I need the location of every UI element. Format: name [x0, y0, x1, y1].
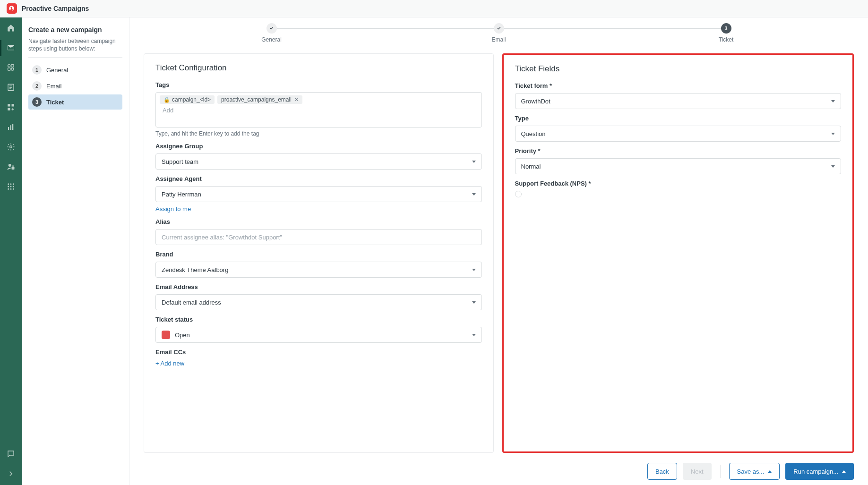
ticket-form-select[interactable]: GrowthDot [515, 93, 842, 109]
stepper-label: Ticket [719, 36, 734, 43]
sidebar-step-general[interactable]: 1 General [28, 62, 122, 77]
step-label: Ticket [46, 99, 64, 106]
components-icon[interactable] [6, 63, 16, 72]
stepper-dot-email[interactable] [494, 23, 504, 34]
nav-rail [0, 17, 22, 485]
analytics-icon[interactable] [6, 122, 16, 132]
ticket-form-label: Ticket form * [515, 82, 842, 89]
assignee-group-select[interactable]: Support team [155, 153, 482, 170]
svg-point-17 [8, 186, 9, 187]
step-number: 1 [32, 65, 42, 75]
sidebar: Create a new campaign Navigate faster be… [22, 17, 129, 485]
step-number: 3 [32, 97, 42, 107]
assignee-agent-label: Assignee Agent [155, 175, 482, 182]
add-widget-icon[interactable] [6, 102, 16, 112]
stepper-dot-ticket[interactable]: 3 [721, 23, 731, 34]
brand-label: Brand [155, 251, 482, 258]
templates-icon[interactable] [6, 83, 16, 92]
tag-item[interactable]: proactive_campaigns_email✕ [217, 95, 302, 104]
svg-rect-1 [11, 65, 14, 67]
alias-label: Alias [155, 218, 482, 225]
run-campaign-button[interactable]: Run campaign... [785, 463, 854, 480]
expand-icon[interactable] [6, 469, 16, 478]
nps-label: Support Feedback (NPS) * [515, 180, 842, 187]
tags-hint: Type, and hit the Enter key to add the t… [155, 130, 482, 137]
stepper: General Email 3 Ticket [129, 17, 868, 43]
email-address-label: Email Address [155, 283, 482, 290]
ticket-fields-panel: Ticket Fields Ticket form * GrowthDot Ty… [502, 53, 854, 453]
back-button[interactable]: Back [647, 463, 677, 480]
sidebar-step-email[interactable]: 2 Email [28, 78, 122, 94]
lock-icon: 🔒 [163, 97, 170, 103]
assign-to-me-link[interactable]: Assign to me [155, 205, 191, 213]
priority-select[interactable]: Normal [515, 158, 842, 174]
app-title: Proactive Campaigns [22, 5, 89, 12]
chevron-up-icon [768, 470, 772, 473]
svg-rect-8 [8, 127, 9, 130]
mail-icon[interactable] [6, 43, 16, 52]
nps-radio[interactable] [515, 191, 522, 197]
svg-point-22 [13, 188, 14, 190]
svg-rect-10 [12, 124, 13, 130]
sidebar-hint: Navigate faster between campaign steps u… [28, 37, 122, 58]
ticket-configuration-panel: Ticket Configuration Tags 🔒campaign_<id>… [144, 53, 494, 453]
save-as-button[interactable]: Save as... [729, 463, 780, 480]
ticket-status-label: Ticket status [155, 316, 482, 323]
svg-point-11 [10, 146, 12, 148]
chat-icon[interactable] [6, 449, 16, 459]
step-label: Email [46, 83, 62, 90]
type-select[interactable]: Question [515, 126, 842, 142]
chevron-up-icon [842, 470, 846, 473]
tags-add-placeholder[interactable]: Add [160, 107, 478, 114]
step-number: 2 [32, 81, 42, 91]
stepper-label: Email [491, 36, 506, 43]
svg-rect-7 [12, 104, 14, 106]
svg-point-19 [13, 186, 14, 187]
svg-rect-6 [8, 108, 10, 111]
email-address-select[interactable]: Default email address [155, 294, 482, 310]
remove-tag-icon[interactable]: ✕ [294, 97, 299, 103]
svg-point-20 [8, 188, 9, 190]
svg-rect-13 [12, 167, 15, 170]
svg-point-16 [13, 183, 14, 185]
svg-rect-9 [10, 125, 11, 130]
app-logo [7, 3, 17, 14]
add-cc-link[interactable]: Add new [155, 360, 184, 367]
sidebar-step-ticket[interactable]: 3 Ticket [28, 94, 122, 110]
assignee-agent-select[interactable]: Patty Herrman [155, 186, 482, 202]
svg-point-21 [10, 188, 12, 190]
assignee-group-label: Assignee Group [155, 143, 482, 150]
svg-rect-5 [8, 104, 10, 106]
svg-point-14 [8, 183, 9, 185]
panel-title: Ticket Configuration [155, 63, 482, 73]
svg-point-15 [10, 183, 12, 185]
priority-label: Priority * [515, 147, 842, 154]
brand-select[interactable]: Zendesk Theme Aalborg [155, 262, 482, 278]
svg-point-0 [8, 65, 10, 67]
type-label: Type [515, 115, 842, 122]
settings-icon[interactable] [6, 142, 16, 152]
footer: Back Next Save as... Run campaign... [129, 458, 868, 485]
email-ccs-label: Email CCs [155, 349, 482, 356]
svg-point-18 [10, 186, 12, 187]
alias-input[interactable] [155, 229, 482, 245]
ticket-status-select[interactable]: Open [155, 327, 482, 343]
user-lock-icon[interactable] [6, 162, 16, 171]
panel-title: Ticket Fields [515, 64, 842, 74]
next-button: Next [683, 463, 712, 480]
tags-input[interactable]: 🔒campaign_<id> proactive_campaigns_email… [155, 92, 482, 128]
tags-label: Tags [155, 81, 482, 88]
apps-grid-icon[interactable] [6, 182, 16, 191]
step-label: General [46, 67, 68, 74]
tag-locked: 🔒campaign_<id> [160, 95, 215, 104]
svg-rect-2 [8, 68, 10, 70]
stepper-label: General [261, 36, 282, 43]
svg-point-12 [9, 164, 11, 167]
status-swatch [162, 331, 170, 339]
sidebar-heading: Create a new campaign [28, 26, 122, 34]
stepper-dot-general[interactable] [266, 23, 277, 34]
svg-point-3 [11, 68, 14, 70]
home-icon[interactable] [6, 23, 16, 33]
divider [720, 465, 721, 478]
